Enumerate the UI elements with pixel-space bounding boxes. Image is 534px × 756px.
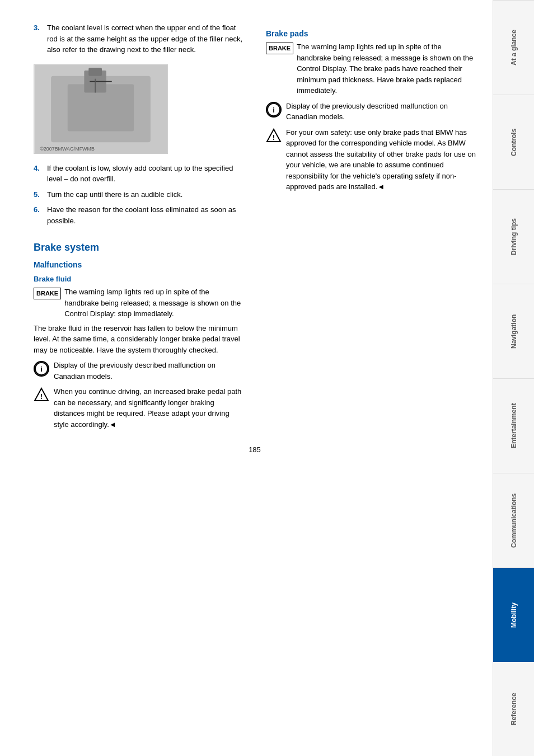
two-col-layout: 3. The coolant level is correct when the… bbox=[34, 22, 476, 434]
sidebar-tab-controls[interactable]: Controls bbox=[493, 95, 534, 189]
item-text-4: If the coolant is low, slowly add coolan… bbox=[47, 163, 243, 185]
warning-triangle-left: ! bbox=[34, 387, 49, 403]
sidebar-tab-entertainment[interactable]: Entertainment bbox=[493, 378, 534, 473]
svg-text:©2007BMWAG/MFWMB: ©2007BMWAG/MFWMB bbox=[40, 146, 95, 152]
brake-fluid-warning: ! When you continue driving, an increase… bbox=[34, 386, 243, 430]
page-number: 185 bbox=[34, 445, 476, 454]
brake-pads-warning-box: BRAKE The warning lamp lights red up in … bbox=[266, 41, 476, 96]
brake-pads-label: BRAKE bbox=[266, 43, 293, 54]
brake-fluid-warning-box: BRAKE The warning lamp lights red up in … bbox=[34, 287, 243, 320]
numbered-item-3: 3. The coolant level is correct when the… bbox=[34, 22, 243, 55]
main-content: 3. The coolant level is correct when the… bbox=[0, 0, 493, 756]
brake-pads-warning-text-full: For your own safety: use only brake pads… bbox=[286, 127, 476, 192]
brake-pads-info-box: i Display of the previously described ma… bbox=[266, 101, 476, 123]
brake-pads-heading: Brake pads bbox=[266, 29, 476, 38]
sidebar: At a glance Controls Driving tips Naviga… bbox=[493, 0, 534, 756]
svg-text:!: ! bbox=[40, 392, 43, 401]
right-column: Brake pads BRAKE The warning lamp lights… bbox=[266, 22, 476, 434]
brake-fluid-end-mark: ◄ bbox=[109, 420, 116, 429]
left-column: 3. The coolant level is correct when the… bbox=[34, 22, 249, 434]
svg-rect-4 bbox=[88, 67, 102, 76]
warning-triangle-right: ! bbox=[266, 128, 282, 144]
brake-fluid-warning-text: The warning lamp lights red up in spite … bbox=[64, 287, 243, 320]
item-text-6: Have the reason for the coolant loss eli… bbox=[47, 204, 243, 226]
page-container: 3. The coolant level is correct when the… bbox=[0, 0, 534, 756]
sidebar-tab-communications[interactable]: Communications bbox=[493, 473, 534, 567]
item-number-4: 4. bbox=[34, 163, 43, 185]
brake-pads-info-text: Display of the previously described malf… bbox=[286, 101, 476, 123]
brake-pads-warning-text: The warning lamp lights red up in spite … bbox=[297, 41, 476, 96]
numbered-item-6: 6. Have the reason for the coolant loss … bbox=[34, 204, 243, 226]
item-text-5: Turn the cap until there is an audible c… bbox=[47, 189, 182, 200]
brake-system-heading: Brake system bbox=[34, 242, 243, 253]
item-number-5: 5. bbox=[34, 189, 43, 200]
item-number-3: 3. bbox=[34, 22, 43, 55]
brake-fluid-body-text: The brake fluid in the reservoir has fal… bbox=[34, 323, 243, 356]
sidebar-tab-driving-tips[interactable]: Driving tips bbox=[493, 189, 534, 284]
brake-fluid-label: BRAKE bbox=[34, 288, 61, 299]
svg-text:i: i bbox=[273, 105, 275, 114]
info-icon-left: i bbox=[34, 361, 49, 377]
brake-pads-end-mark: ◄ bbox=[377, 182, 385, 191]
sidebar-tab-reference[interactable]: Reference bbox=[493, 662, 534, 756]
brake-fluid-heading: Brake fluid bbox=[34, 275, 243, 283]
item-text-3: The coolant level is correct when the up… bbox=[47, 22, 243, 55]
numbered-item-4: 4. If the coolant is low, slowly add coo… bbox=[34, 163, 243, 185]
brake-fluid-info-text: Display of the previously described malf… bbox=[54, 360, 243, 382]
numbered-item-5: 5. Turn the cap until there is an audibl… bbox=[34, 189, 243, 200]
brake-fluid-warning-text-full: When you continue driving, an increased … bbox=[54, 386, 243, 430]
brake-fluid-info-box: i Display of the previously described ma… bbox=[34, 360, 243, 382]
sidebar-tab-navigation[interactable]: Navigation bbox=[493, 284, 534, 378]
malfunctions-heading: Malfunctions bbox=[34, 260, 243, 269]
coolant-image: ©2007BMWAG/MFWMB bbox=[34, 64, 168, 154]
brake-pads-warning: ! For your own safety: use only brake pa… bbox=[266, 127, 476, 192]
sidebar-tab-at-a-glance[interactable]: At a glance bbox=[493, 0, 534, 95]
info-icon-right: i bbox=[266, 102, 282, 118]
svg-text:i: i bbox=[40, 365, 43, 373]
item-number-6: 6. bbox=[34, 204, 43, 226]
svg-text:!: ! bbox=[273, 133, 275, 142]
sidebar-tab-mobility[interactable]: Mobility bbox=[493, 567, 534, 662]
